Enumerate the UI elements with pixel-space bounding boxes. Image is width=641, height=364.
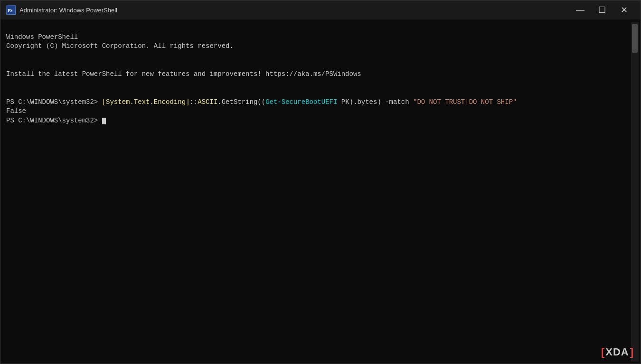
powershell-window: PS Administrator: Windows PowerShell — ☐…: [0, 0, 641, 364]
svg-text:PS: PS: [8, 8, 13, 13]
xda-watermark: [ XDA ]: [601, 346, 633, 358]
ps-icon: PS: [6, 5, 16, 15]
console-output: Windows PowerShell Copyright (C) Microso…: [2, 22, 631, 362]
cmd-pk: PK).bytes) -match: [337, 98, 413, 106]
minimize-button[interactable]: —: [569, 0, 591, 19]
close-button[interactable]: ✕: [613, 0, 635, 19]
xda-bracket-right: ]: [630, 346, 633, 358]
cmd-getsecureboot: Get-SecureBootUEFI: [265, 98, 337, 106]
prompt1: PS C:\WINDOWS\system32>: [6, 98, 102, 106]
titlebar: PS Administrator: Windows PowerShell — ☐…: [0, 0, 641, 19]
cmd-encoding: [System.Text.Encoding]: [102, 98, 190, 106]
scrollbar-thumb[interactable]: [632, 24, 638, 53]
console-area[interactable]: Windows PowerShell Copyright (C) Microso…: [0, 19, 641, 364]
line-blank1: [6, 61, 10, 68]
line-install: Install the latest PowerShell for new fe…: [6, 70, 361, 78]
cursor: [102, 118, 106, 124]
xda-text: XDA: [605, 346, 629, 358]
prompt2: PS C:\WINDOWS\system32>: [6, 117, 102, 124]
scrollbar[interactable]: [631, 22, 639, 362]
line-copyright: Copyright (C) Microsoft Corporation. All…: [6, 42, 234, 50]
line-prompt2: PS C:\WINDOWS\system32>: [6, 117, 106, 124]
cmd-string: "DO NOT TRUST|DO NOT SHIP": [413, 98, 517, 106]
titlebar-left: PS Administrator: Windows PowerShell: [0, 5, 117, 15]
line-blank2: [6, 89, 10, 96]
maximize-button[interactable]: ☐: [591, 0, 613, 19]
line-false: False: [6, 107, 26, 115]
titlebar-controls: — ☐ ✕: [569, 0, 635, 19]
line-command: PS C:\WINDOWS\system32> [System.Text.Enc…: [6, 98, 517, 106]
line-ps-header: Windows PowerShell: [6, 33, 78, 41]
cmd-getstring: .GetString((: [217, 98, 265, 106]
window-title: Administrator: Windows PowerShell: [19, 7, 117, 14]
cmd-colon: ::: [189, 98, 198, 106]
cmd-ascii: ASCII: [198, 98, 217, 106]
xda-bracket-left: [: [601, 346, 604, 358]
